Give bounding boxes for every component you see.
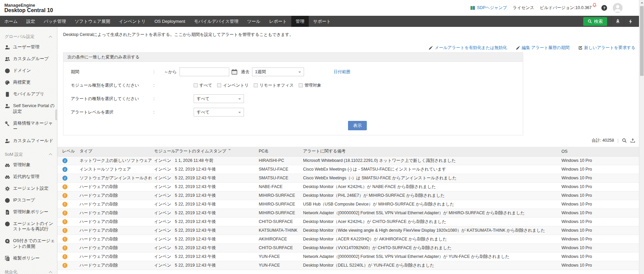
cell-timestamp: 5 22, 2019 12:43 午後 [172, 191, 256, 200]
alert-type-select[interactable]: すべて [194, 94, 244, 103]
sidebar-item[interactable]: モバイルアプリ [0, 88, 57, 100]
nav-tab[interactable]: サポート [309, 16, 335, 27]
cell-os: Windows 10 Pro [559, 156, 644, 165]
sidebar-section-global-settings[interactable]: グローバル設定 [0, 30, 57, 41]
nav-tab[interactable]: ツール [243, 16, 265, 27]
action-link[interactable]: 新しいアラートを要求する [578, 45, 635, 51]
nav-tab[interactable]: 管理 [291, 16, 309, 27]
module-checkbox[interactable]: インベントリ [217, 83, 249, 88]
sidebar-item[interactable]: 資格情報マネージャー [0, 118, 57, 135]
sidebar-group-global: ユーザー管理 カスタムグループ ドメイン 商標変更 [0, 41, 57, 147]
cell-module: インベントリ [151, 252, 172, 261]
checkbox-icon [254, 83, 258, 87]
alert-level-icon [62, 245, 67, 250]
module-checkbox[interactable]: リモートオフィス [254, 83, 294, 88]
past-period-select[interactable]: 1週間 [252, 67, 304, 76]
sidebar-item[interactable]: 管理対象ポリシー [0, 206, 57, 218]
scrollbar-thumb[interactable] [640, 6, 644, 76]
nav-tab[interactable]: ホーム [0, 16, 22, 27]
brand-name: ManageEngine [4, 3, 35, 8]
cell-type: ハードウェアの削除 [77, 261, 151, 270]
nav-tab[interactable]: インベントリ [114, 16, 150, 27]
calendar-icon[interactable] [231, 69, 238, 75]
cell-pc: KATSUMATA-THINK [256, 226, 300, 235]
search-icon [588, 19, 592, 24]
table-search-icon[interactable] [622, 138, 627, 143]
sdp-jump-link[interactable]: SDPヘジャンプ [470, 5, 507, 11]
module-checkbox[interactable]: 管理対象 [299, 83, 321, 88]
nav-tab[interactable]: モバイルデバイス管理 [190, 16, 243, 27]
date-range-link[interactable]: 日付範囲 [334, 69, 350, 75]
sidebar-item[interactable]: Self Service Portal の設定 [0, 100, 57, 118]
checkbox-icon [194, 83, 198, 87]
sidebar-item[interactable]: ユーザー管理 [0, 41, 57, 53]
sidebar-item[interactable]: エージェントのインストールを再試行 [0, 218, 57, 235]
sidebar-item[interactable]: エージェント設定 [0, 183, 57, 194]
sidebar-group-som: 管理対象 近代的な管理 エージェント設定 IPスコープ [0, 159, 57, 265]
nav-tab[interactable]: ソフトウェア展開 [70, 16, 115, 27]
module-checkbox[interactable]: すべて [194, 83, 212, 88]
user-avatar[interactable] [613, 3, 623, 13]
cell-module: インベントリ [151, 156, 172, 165]
quick-actions-button[interactable] [624, 16, 637, 27]
sidebar-item[interactable]: 商標変更 [0, 77, 57, 88]
notification-bell-icon[interactable] [592, 3, 597, 7]
col-module: モジュール [151, 147, 172, 156]
sidebar-item[interactable]: 複製ポリシー [0, 253, 57, 264]
show-button[interactable]: 表示 [348, 121, 367, 130]
table-row: ハードウェアの削除 インベントリ 5 22, 2019 12:43 午後 YUN… [57, 252, 644, 261]
sidebar-item[interactable]: カスタムフィールド [0, 135, 57, 147]
sidebar-item[interactable]: 近代的な管理 [0, 171, 57, 183]
sort-descending-icon[interactable] [228, 149, 231, 152]
action-link[interactable]: メールアラートを有効化または無効化 [429, 45, 507, 51]
from-date-input[interactable] [180, 67, 229, 76]
sidebar-section-integration[interactable]: 統合化 [0, 266, 57, 274]
sidebar-item-label: 複製ポリシー [13, 256, 40, 261]
nav-tab[interactable]: パッチ管理 [40, 16, 70, 27]
scroll-up-arrow[interactable] [639, 0, 644, 5]
brand-logo: ManageEngine Desktop Central 10 [4, 2, 53, 13]
sidebar-item-label: カスタムグループ [13, 56, 49, 62]
cell-pc: MIHIRO-SURFACE [256, 200, 300, 209]
nav-tab[interactable]: 設定 [22, 16, 40, 27]
cell-type: インストールソフトウェア [77, 165, 151, 174]
user-plus-icon [5, 138, 10, 144]
cell-module: インベントリ [151, 226, 172, 235]
alert-level-select[interactable]: すべて [194, 108, 244, 117]
cell-remark: Microsoft Whiteboard (18.11022.2291.0) ネ… [300, 156, 559, 165]
sidebar-section-som-settings[interactable]: SoM 設定 [0, 148, 57, 159]
quick-launch-button[interactable] [611, 16, 624, 27]
sidebar-item-label: 商標変更 [13, 80, 31, 85]
sidebar-item[interactable]: OS付きでのエージェントの展開 [0, 235, 57, 253]
cell-remark: Desktop Monitor（VVX14T092N00）が CHITO-SUR… [300, 243, 559, 252]
users-icon [5, 56, 10, 62]
license-link[interactable]: ライセンス [513, 5, 534, 11]
vertical-scrollbar[interactable] [639, 0, 644, 274]
search-button[interactable]: 検索 [583, 17, 607, 26]
cell-module: インベントリ [151, 165, 172, 174]
sidebar-item[interactable]: カスタムグループ [0, 53, 57, 65]
chevron-up-icon [49, 36, 52, 39]
cell-pc: CHITO-SURFACE [256, 217, 300, 226]
cell-type: ハードウェアの削除 [77, 252, 151, 261]
action-link[interactable]: 編集 アラート履歴の期間 [516, 45, 569, 51]
cell-remark: Desktop Monitor（DELL S2240L）が YUN-FACE か… [300, 261, 559, 270]
col-remark: アラートに関する備考 [300, 147, 559, 156]
sidebar-item[interactable]: IPスコープ [0, 194, 57, 206]
help-icon[interactable]: ? [601, 5, 607, 11]
export-icon[interactable] [630, 138, 635, 143]
cell-os: Windows 10 Pro [559, 200, 644, 209]
cell-remark: Network Adapter（[00000002] Fortinet SSL … [300, 209, 559, 217]
sidebar-item[interactable]: ドメイン [0, 65, 57, 77]
nav-tab[interactable]: レポート [265, 16, 291, 27]
main-content: Desktop Centralによって生成されたアラートを表示する。ここから期間… [57, 27, 644, 274]
cell-type: ハードウェアの削除 [77, 235, 151, 243]
sidebar-item[interactable]: 管理対象 [0, 159, 57, 171]
top-right-links: SDPヘジャンプ ライセンス ビルドバージョン:10.0.367 ? [470, 3, 623, 13]
cell-type: ハードウェアの削除 [77, 182, 151, 191]
filter-row-period: 期間 : ～から 過去 1週間 日付範囲 [63, 65, 523, 79]
alerts-table: レベル タイプ モジュール アラートのタイムスタンプ PC名 アラートに関する備… [57, 147, 644, 270]
alert-level-icon [62, 184, 67, 189]
table-row: ハードウェアの削除 インベントリ 5 22, 2019 12:43 午後 AKI… [57, 235, 644, 243]
nav-tab[interactable]: OS Deployment [150, 16, 190, 27]
